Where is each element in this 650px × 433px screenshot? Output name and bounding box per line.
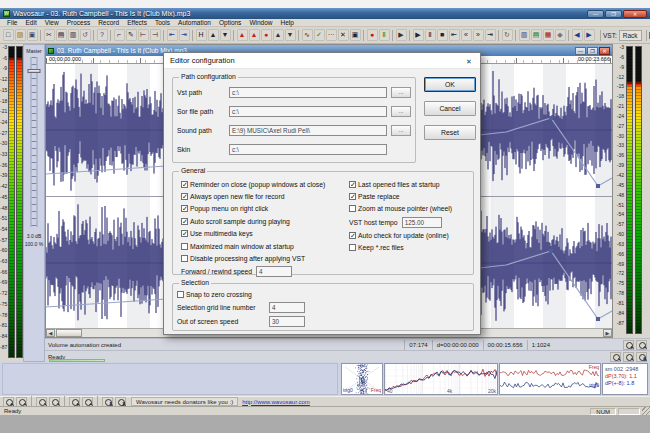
browse-button[interactable]: ... (391, 125, 411, 136)
delete-selection-button[interactable]: ✕ (338, 29, 349, 41)
master-fader-track[interactable] (31, 57, 38, 227)
paste-button[interactable]: ▥ (68, 29, 79, 41)
options-dots-button[interactable]: ⋯ (326, 29, 337, 41)
input-down-button[interactable]: ▼ (285, 29, 296, 41)
vst-rack-button[interactable]: Rack (619, 30, 642, 41)
play-button[interactable]: ▶ (413, 29, 424, 41)
menu-record[interactable]: Record (94, 19, 123, 26)
new-file-button[interactable]: □ (3, 29, 14, 41)
channel-up-button[interactable]: ▲ (208, 29, 219, 41)
fit-horizontal-button[interactable]: H (196, 29, 207, 41)
zoom-selection-icon[interactable] (36, 397, 47, 407)
snap-right-button[interactable]: ⇥ (179, 29, 190, 41)
checkbox[interactable]: ✓ (181, 181, 188, 188)
cue-2-button[interactable]: ▲ (249, 29, 260, 41)
stop-button[interactable]: ■ (437, 29, 448, 41)
nav-forward-button[interactable]: ▶ (584, 29, 595, 41)
dialog-titlebar[interactable]: Editor configuration (164, 53, 480, 69)
browse-button[interactable]: ... (391, 106, 411, 117)
pencil-tool-button[interactable]: ✎ (126, 29, 137, 41)
menu-file[interactable]: File (3, 19, 21, 26)
go-start-button[interactable]: ⇤ (449, 29, 460, 41)
menu-options[interactable]: Options (215, 19, 245, 26)
nav-back-button[interactable]: ◀ (572, 29, 583, 41)
snap-left-button[interactable]: ⇤ (167, 29, 178, 41)
frame-view-button[interactable]: ▣ (350, 29, 361, 41)
cue-1-button[interactable]: ▲ (237, 29, 248, 41)
checkbox[interactable] (349, 205, 356, 212)
checkbox[interactable] (349, 244, 356, 251)
checkbox[interactable] (181, 255, 188, 262)
menu-process[interactable]: Process (63, 19, 94, 26)
master-fader-thumb[interactable] (28, 69, 41, 73)
loop-out-button[interactable]: ⊣ (150, 29, 161, 41)
zoom-reset-icon[interactable]: 0 (636, 352, 647, 362)
path-input[interactable]: c:\ (229, 87, 387, 98)
reset-button[interactable]: Reset (424, 125, 476, 140)
save-file-button[interactable]: ▣ (27, 29, 38, 41)
field-input[interactable]: 125.00 (402, 217, 442, 228)
checkbox[interactable]: ✓ (181, 205, 188, 212)
zoom-in-icon[interactable]: + (3, 397, 14, 407)
checkbox[interactable]: ✓ (349, 181, 356, 188)
loop-in-button[interactable]: ⊢ (138, 29, 149, 41)
zoom-vertical-out-icon[interactable]: − (82, 397, 93, 407)
path-input[interactable]: c:\ (229, 106, 387, 117)
show-rack-button[interactable]: ▦ (543, 29, 554, 41)
window-titlebar[interactable]: W Wavosaur - 03. Ruth Campbell - This Is… (0, 8, 650, 19)
minimize-button[interactable]: — (587, 10, 604, 18)
zoom-in-small-icon[interactable]: + (623, 340, 634, 350)
checkbox[interactable]: ✓ (181, 193, 188, 200)
input-up-button[interactable]: ▲ (273, 29, 284, 41)
menu-edit[interactable]: Edit (21, 19, 40, 26)
path-input[interactable]: c:\ (229, 144, 387, 155)
menu-window[interactable]: Window (245, 19, 276, 26)
snapshot-1-icon[interactable]: 1 (102, 397, 113, 407)
zoom-vertical-in-icon[interactable]: + (69, 397, 80, 407)
document-minimize-button[interactable]: — (575, 47, 586, 55)
scrollbar-thumb[interactable] (56, 329, 82, 337)
menu-view[interactable]: View (41, 19, 63, 26)
wavosaur-link[interactable]: http://www.wavosaur.com (242, 399, 310, 405)
zoom-out-icon[interactable]: − (16, 397, 27, 407)
record-marker-button[interactable]: ● (261, 29, 272, 41)
record-button[interactable]: ● (367, 29, 378, 41)
show-spectrum-button[interactable]: ▤ (531, 29, 542, 41)
snapshot-2-icon[interactable]: 2 (115, 397, 126, 407)
pause-button[interactable]: Ⅱ (425, 29, 436, 41)
show-vu-meter-button[interactable]: ▥ (519, 29, 530, 41)
menu-effects[interactable]: Effects (123, 19, 151, 26)
checkbox[interactable]: ✓ (349, 193, 356, 200)
channel-down-button[interactable]: ▼ (220, 29, 231, 41)
checkbox[interactable]: ✓ (181, 218, 188, 225)
cancel-button[interactable]: Cancel (424, 101, 476, 116)
field-input[interactable]: 30 (269, 316, 305, 327)
menu-tools[interactable]: Tools (151, 19, 174, 26)
loop-playback-button[interactable]: ↻ (502, 29, 513, 41)
forward-button[interactable]: » (473, 29, 484, 41)
zoom-vertical-icon[interactable] (623, 352, 634, 362)
document-close-button[interactable]: ✕ (599, 47, 610, 55)
select-tool-button[interactable]: ⌐ (114, 29, 125, 41)
undo-button[interactable]: ↺ (80, 29, 91, 41)
resize-grip[interactable] (642, 407, 650, 415)
ok-button[interactable]: OK (424, 77, 476, 92)
draw-tool-button[interactable]: ∿ (302, 29, 313, 41)
field-input[interactable]: 4 (269, 302, 305, 313)
help-button[interactable]: ? (97, 29, 108, 41)
menu-automation[interactable]: Automation (174, 19, 215, 26)
browse-button[interactable]: ... (391, 87, 411, 98)
copy-button[interactable]: ▤ (56, 29, 67, 41)
go-end-button[interactable]: ⇥ (485, 29, 496, 41)
menu-help[interactable]: Help (277, 19, 298, 26)
scroll-left-arrow[interactable]: ◀ (46, 329, 55, 337)
open-file-button[interactable]: ▨ (15, 29, 26, 41)
document-maximize-button[interactable]: ❐ (587, 47, 598, 55)
maximize-button[interactable]: ❐ (605, 10, 622, 18)
zoom-all-icon[interactable] (49, 397, 60, 407)
dialog-close-icon[interactable]: ✕ (462, 56, 476, 67)
checkbox[interactable] (181, 243, 188, 250)
rewind-button[interactable]: « (461, 29, 472, 41)
validate-button[interactable]: ✓ (314, 29, 325, 41)
checkbox[interactable]: ✓ (349, 232, 356, 239)
